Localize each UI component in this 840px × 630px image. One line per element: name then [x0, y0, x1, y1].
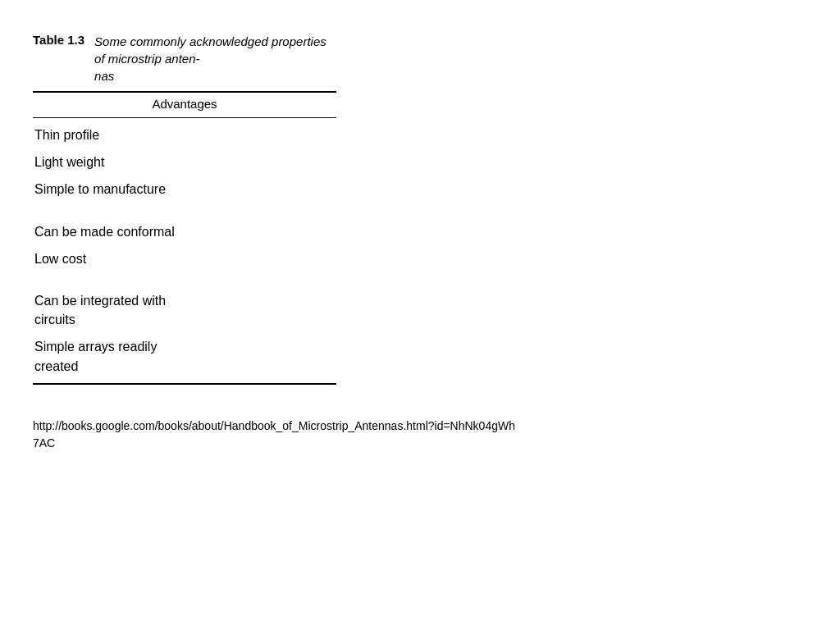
- list-item: Can be made conformal: [33, 218, 336, 245]
- header-rule: [33, 117, 336, 118]
- url-reference: http://books.google.com/books/about/Hand…: [33, 418, 807, 452]
- list-item: Simple arrays readily created: [33, 333, 197, 379]
- list-item: Light weight: [33, 148, 336, 176]
- row-spacer: [33, 203, 336, 218]
- table-label: Table 1.3: [33, 33, 84, 47]
- table-title: Table 1.3 Some commonly acknowledged pro…: [33, 33, 336, 84]
- table-caption: Some commonly acknowledged properties of…: [94, 33, 336, 84]
- column-header: Advantages: [33, 93, 336, 114]
- row-spacer: [33, 272, 336, 287]
- list-item: Simple to manufacture: [33, 176, 336, 203]
- list-item: Can be integrated with circuits: [33, 287, 197, 333]
- bottom-thick-rule: [33, 383, 336, 385]
- list-item: Thin profile: [33, 121, 336, 148]
- table: Advantages Thin profile Light weight Sim…: [33, 91, 336, 385]
- list-item: Low cost: [33, 245, 336, 272]
- table-container: Table 1.3 Some commonly acknowledged pro…: [33, 33, 336, 385]
